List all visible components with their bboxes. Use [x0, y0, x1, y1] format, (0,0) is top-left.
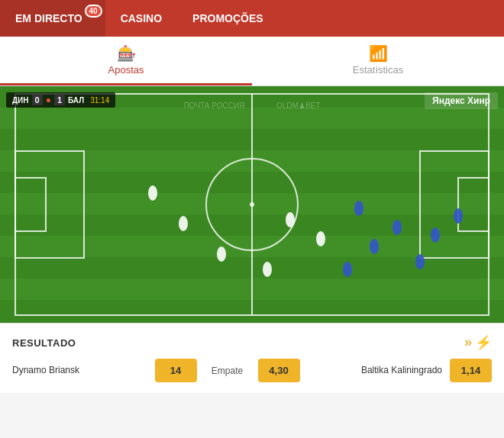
- tab-estatisticas[interactable]: 📶 Estatísticas: [252, 37, 504, 85]
- home-team-abbr: ДИН: [12, 96, 29, 105]
- match-video: ДИН 0 ● 1 БАЛ 31:14 Яндекс Хинр ПОЧТА РО…: [0, 86, 504, 323]
- result-title: RESULTADO: [12, 337, 76, 349]
- score-home: 0: [32, 95, 43, 105]
- apostas-label: Apostas: [108, 64, 144, 76]
- svg-point-22: [316, 231, 325, 246]
- result-section: RESULTADO » ⚡ Dynamo Briansk 14 Empate 4…: [0, 323, 504, 393]
- svg-point-30: [354, 201, 363, 216]
- yandex-logo: Яндекс Хинр: [425, 92, 498, 109]
- stream-icon[interactable]: »: [464, 334, 472, 351]
- estatisticas-label: Estatísticas: [353, 64, 403, 76]
- yandex-text: Яндекс Хинр: [432, 95, 490, 106]
- home-team-name: Dynamo Briansk: [12, 365, 147, 377]
- casino-label: CASINO: [121, 12, 162, 24]
- stats-icon[interactable]: ⚡: [475, 334, 492, 351]
- match-scoreboard: ДИН 0 ● 1 БАЛ 31:14: [6, 92, 115, 108]
- away-odds-button[interactable]: 1,14: [450, 359, 492, 382]
- em-directo-label: EM DIRECTO: [15, 12, 82, 24]
- svg-point-29: [431, 227, 440, 243]
- svg-point-15: [250, 202, 254, 207]
- svg-point-21: [263, 262, 272, 277]
- result-actions: » ⚡: [464, 334, 492, 351]
- svg-point-27: [393, 220, 402, 235]
- estatisticas-icon: 📶: [369, 44, 388, 63]
- result-header: RESULTADO » ⚡: [12, 334, 492, 351]
- home-odds-button[interactable]: 14: [155, 359, 197, 382]
- betting-row: Dynamo Briansk 14 Empate 4,30 Baltika Ka…: [12, 359, 492, 382]
- nav-promocoes[interactable]: PROMOÇÕES: [177, 0, 279, 37]
- nav-em-directo[interactable]: EM DIRECTO 40: [0, 0, 105, 37]
- tab-bar: 🎰 Apostas 📶 Estatísticas: [0, 37, 504, 86]
- draw-label: Empate: [205, 366, 250, 376]
- nav-casino[interactable]: CASINO: [105, 0, 177, 37]
- svg-point-20: [217, 246, 226, 262]
- main-header: EM DIRECTO 40 CASINO PROMOÇÕES: [0, 0, 504, 37]
- svg-point-28: [415, 254, 425, 269]
- svg-point-24: [179, 216, 188, 231]
- apostas-icon: 🎰: [117, 44, 136, 63]
- field-svg: [0, 86, 504, 323]
- svg-point-26: [370, 239, 379, 254]
- field-ad: ПОЧТА РОССИЯ OLDM♟BET: [184, 101, 321, 110]
- em-directo-badge: 40: [85, 5, 102, 18]
- score-away: 1: [54, 95, 65, 105]
- svg-point-31: [454, 208, 463, 224]
- away-team-name: Baltika Kaliningrado: [308, 365, 443, 377]
- svg-point-25: [148, 185, 157, 201]
- away-team-abbr: БАЛ: [68, 96, 84, 105]
- match-time: 31:14: [90, 96, 109, 105]
- svg-point-23: [286, 212, 295, 227]
- tab-apostas[interactable]: 🎰 Apostas: [0, 37, 252, 85]
- draw-odds-button[interactable]: 4,30: [258, 359, 300, 382]
- promocoes-label: PROMOÇÕES: [192, 12, 263, 24]
- svg-point-32: [343, 262, 352, 277]
